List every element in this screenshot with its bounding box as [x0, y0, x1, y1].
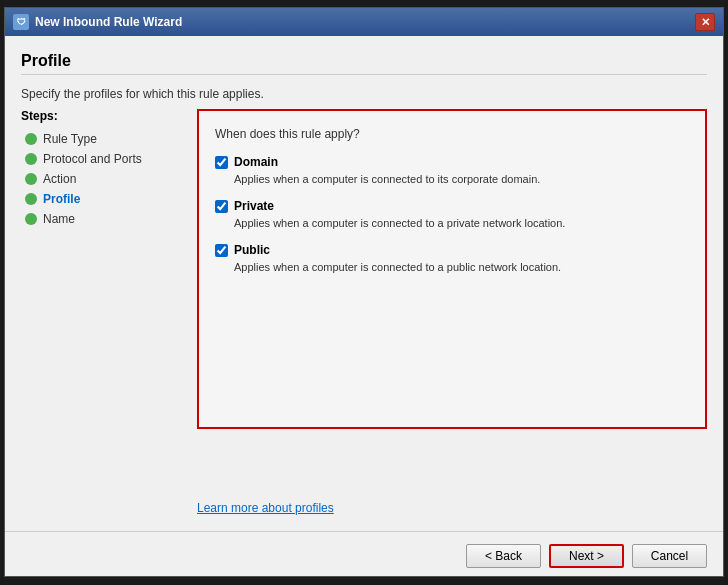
private-checkbox[interactable] [215, 200, 228, 213]
step-action[interactable]: Action [21, 169, 181, 189]
domain-label[interactable]: Domain [234, 155, 278, 169]
back-button[interactable]: < Back [466, 544, 541, 568]
title-bar: 🛡 New Inbound Rule Wizard ✕ [5, 8, 723, 36]
public-checkbox[interactable] [215, 244, 228, 257]
domain-group: Domain Applies when a computer is connec… [215, 155, 689, 185]
learn-more-area: Learn more about profiles [197, 489, 707, 515]
page-header: Profile Specify the profiles for which t… [21, 52, 707, 101]
learn-more-link[interactable]: Learn more about profiles [197, 501, 334, 515]
step-dot-action [25, 173, 37, 185]
domain-checkbox[interactable] [215, 156, 228, 169]
step-dot-rule-type [25, 133, 37, 145]
private-row: Private [215, 199, 689, 213]
right-panel: When does this rule apply? Domain Applie… [197, 109, 707, 515]
main-body: Steps: Rule Type Protocol and Ports Acti… [21, 109, 707, 515]
cancel-button[interactable]: Cancel [632, 544, 707, 568]
public-group: Public Applies when a computer is connec… [215, 243, 689, 273]
next-button[interactable]: Next > [549, 544, 624, 568]
private-label[interactable]: Private [234, 199, 274, 213]
window-title: New Inbound Rule Wizard [35, 15, 182, 29]
button-bar: < Back Next > Cancel [5, 531, 723, 576]
rule-box: When does this rule apply? Domain Applie… [197, 109, 707, 429]
close-button[interactable]: ✕ [695, 13, 715, 31]
step-name[interactable]: Name [21, 209, 181, 229]
step-dot-profile [25, 193, 37, 205]
window-icon: 🛡 [13, 14, 29, 30]
step-dot-protocol-ports [25, 153, 37, 165]
public-row: Public [215, 243, 689, 257]
header-divider [21, 74, 707, 75]
step-profile[interactable]: Profile [21, 189, 181, 209]
wizard-window: 🛡 New Inbound Rule Wizard ✕ Profile Spec… [4, 7, 724, 577]
step-rule-type[interactable]: Rule Type [21, 129, 181, 149]
domain-desc: Applies when a computer is connected to … [234, 173, 689, 185]
public-label[interactable]: Public [234, 243, 270, 257]
step-label-protocol-ports: Protocol and Ports [43, 152, 142, 166]
step-label-action: Action [43, 172, 76, 186]
step-protocol-ports[interactable]: Protocol and Ports [21, 149, 181, 169]
private-group: Private Applies when a computer is conne… [215, 199, 689, 229]
content-area: Profile Specify the profiles for which t… [5, 36, 723, 531]
step-dot-name [25, 213, 37, 225]
steps-panel: Steps: Rule Type Protocol and Ports Acti… [21, 109, 181, 515]
rule-question: When does this rule apply? [215, 127, 689, 141]
public-desc: Applies when a computer is connected to … [234, 261, 689, 273]
domain-row: Domain [215, 155, 689, 169]
step-label-name: Name [43, 212, 75, 226]
page-title: Profile [21, 52, 707, 70]
private-desc: Applies when a computer is connected to … [234, 217, 689, 229]
page-subtitle: Specify the profiles for which this rule… [21, 87, 707, 101]
step-label-profile: Profile [43, 192, 80, 206]
step-label-rule-type: Rule Type [43, 132, 97, 146]
steps-label: Steps: [21, 109, 181, 123]
